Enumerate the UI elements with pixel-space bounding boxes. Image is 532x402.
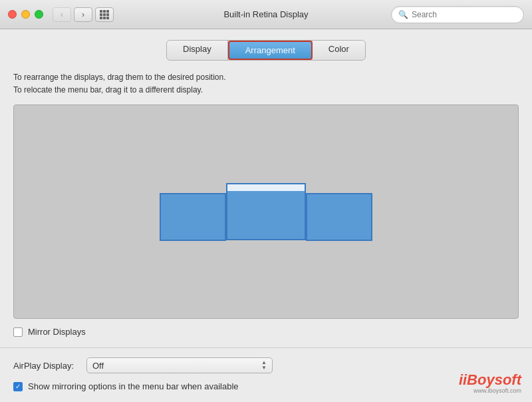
tabs-container: Display Arrangement Color [13, 40, 519, 61]
search-box[interactable]: 🔍 [391, 6, 524, 23]
divider [0, 347, 532, 348]
search-icon: 🔍 [398, 10, 408, 19]
grid-menu-button[interactable] [95, 7, 114, 22]
display-right[interactable] [306, 193, 372, 241]
traffic-lights [8, 10, 43, 19]
search-input[interactable] [412, 10, 517, 19]
window-title: Built-in Retina Display [223, 9, 308, 19]
airplay-label: AirPlay Display: [13, 361, 80, 371]
brand-name: iiBoysoft [459, 371, 521, 389]
tabs: Display Arrangement Color [166, 40, 366, 61]
tab-arrangement[interactable]: Arrangement [228, 41, 313, 60]
maximize-button[interactable] [35, 10, 43, 19]
close-button[interactable] [8, 10, 17, 19]
mirror-displays-row: Mirror Displays [13, 327, 519, 337]
minimize-button[interactable] [21, 10, 30, 19]
menubar-indicator [227, 184, 305, 191]
mirroring-option-row: ✓ Show mirroring options in the menu bar… [13, 381, 519, 391]
mirroring-option-checkbox[interactable]: ✓ [13, 382, 23, 391]
description: To rearrange the displays, drag them to … [13, 71, 519, 97]
display-left[interactable] [160, 193, 226, 241]
titlebar: ‹ › Built-in Retina Display 🔍 [0, 0, 532, 29]
forward-button[interactable]: › [74, 7, 92, 22]
airplay-row: AirPlay Display: Off ▲ ▼ [13, 357, 519, 373]
select-arrows-icon: ▲ ▼ [261, 360, 267, 371]
mirror-displays-label: Mirror Displays [28, 327, 86, 337]
tab-display[interactable]: Display [167, 41, 228, 60]
back-button[interactable]: ‹ [53, 7, 71, 22]
checkmark-icon: ✓ [15, 383, 21, 390]
tab-color[interactable]: Color [313, 41, 365, 60]
displays-area [160, 182, 372, 241]
nav-buttons: ‹ › [53, 7, 92, 22]
mirror-displays-checkbox[interactable] [13, 327, 23, 337]
mirroring-option-label: Show mirroring options in the menu bar w… [28, 381, 239, 391]
main-content: Display Arrangement Color To rearrange t… [0, 29, 532, 402]
airplay-value: Off [92, 361, 104, 371]
watermark: iiBoysoft www.iboysoft.com [459, 371, 521, 394]
description-line2: To relocate the menu bar, drag it to a d… [13, 84, 519, 97]
airplay-select[interactable]: Off ▲ ▼ [86, 357, 273, 373]
display-canvas [13, 104, 519, 319]
grid-icon [100, 10, 109, 19]
display-center[interactable] [226, 183, 306, 240]
description-line1: To rearrange the displays, drag them to … [13, 71, 519, 84]
